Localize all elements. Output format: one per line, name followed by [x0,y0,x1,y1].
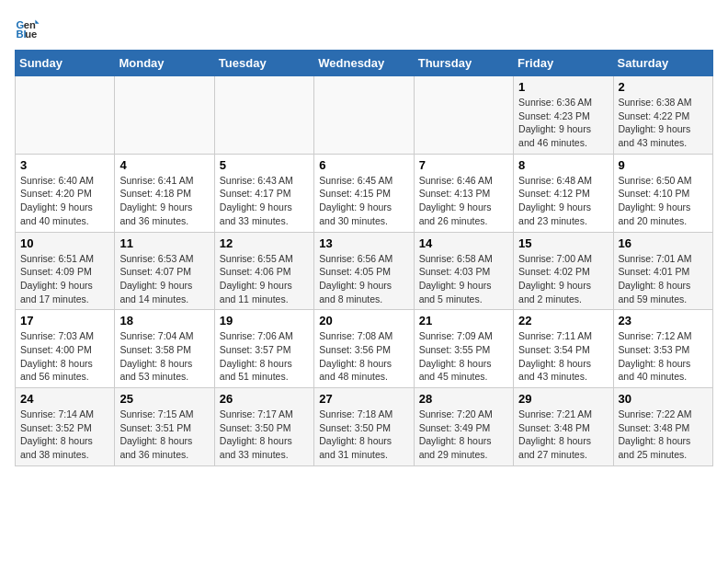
day-info: Sunrise: 7:17 AM Sunset: 3:50 PM Dayligh… [220,408,309,462]
empty-cell [214,76,313,155]
day-number: 21 [419,314,508,327]
day-cell-7: 7Sunrise: 6:46 AM Sunset: 4:13 PM Daylig… [414,154,513,232]
day-info: Sunrise: 7:20 AM Sunset: 3:49 PM Dayligh… [419,408,508,462]
header: G en Bl ue [15,15,713,40]
day-number: 6 [319,158,408,172]
day-cell-22: 22Sunrise: 7:11 AM Sunset: 3:54 PM Dayli… [514,310,613,388]
day-cell-29: 29Sunrise: 7:21 AM Sunset: 3:48 PM Dayli… [514,388,613,466]
day-number: 3 [20,158,109,172]
day-info: Sunrise: 7:03 AM Sunset: 4:00 PM Dayligh… [20,329,109,384]
day-number: 27 [319,392,408,406]
day-info: Sunrise: 6:40 AM Sunset: 4:20 PM Dayligh… [20,174,109,228]
day-info: Sunrise: 6:58 AM Sunset: 4:03 PM Dayligh… [419,252,508,306]
day-cell-16: 16Sunrise: 7:01 AM Sunset: 4:01 PM Dayli… [613,232,712,310]
day-number: 9 [619,158,708,172]
day-info: Sunrise: 7:14 AM Sunset: 3:52 PM Dayligh… [20,408,109,462]
weekday-header-friday: Friday [514,51,613,76]
day-cell-6: 6Sunrise: 6:45 AM Sunset: 4:15 PM Daylig… [314,154,414,232]
day-number: 8 [518,158,608,172]
day-info: Sunrise: 7:08 AM Sunset: 3:56 PM Dayligh… [319,329,408,384]
weekday-header-wednesday: Wednesday [314,51,414,76]
day-info: Sunrise: 7:15 AM Sunset: 3:51 PM Dayligh… [119,408,209,462]
day-info: Sunrise: 7:06 AM Sunset: 3:57 PM Dayligh… [220,329,309,384]
day-info: Sunrise: 7:21 AM Sunset: 3:48 PM Dayligh… [518,408,608,462]
week-row-2: 3Sunrise: 6:40 AM Sunset: 4:20 PM Daylig… [16,154,713,232]
logo-icon: G en Bl ue [15,15,40,40]
day-info: Sunrise: 6:36 AM Sunset: 4:23 PM Dayligh… [518,96,608,150]
day-number: 30 [619,392,708,406]
week-row-5: 24Sunrise: 7:14 AM Sunset: 3:52 PM Dayli… [16,388,713,466]
weekday-header-thursday: Thursday [414,51,513,76]
day-number: 4 [119,158,209,172]
day-cell-19: 19Sunrise: 7:06 AM Sunset: 3:57 PM Dayli… [214,310,313,388]
day-number: 12 [220,236,309,250]
day-number: 24 [20,392,109,406]
day-info: Sunrise: 6:55 AM Sunset: 4:06 PM Dayligh… [220,252,309,306]
day-number: 2 [619,80,708,94]
weekday-header-sunday: Sunday [16,51,115,76]
day-info: Sunrise: 6:51 AM Sunset: 4:09 PM Dayligh… [20,252,109,306]
day-number: 1 [518,80,608,94]
day-cell-13: 13Sunrise: 6:56 AM Sunset: 4:05 PM Dayli… [314,232,414,310]
day-info: Sunrise: 7:04 AM Sunset: 3:58 PM Dayligh… [119,329,209,384]
weekday-header-tuesday: Tuesday [214,51,313,76]
day-cell-4: 4Sunrise: 6:41 AM Sunset: 4:18 PM Daylig… [115,154,214,232]
day-number: 10 [20,236,109,250]
day-cell-3: 3Sunrise: 6:40 AM Sunset: 4:20 PM Daylig… [16,154,115,232]
day-info: Sunrise: 6:56 AM Sunset: 4:05 PM Dayligh… [319,252,408,306]
day-cell-17: 17Sunrise: 7:03 AM Sunset: 4:00 PM Dayli… [16,310,115,388]
day-cell-11: 11Sunrise: 6:53 AM Sunset: 4:07 PM Dayli… [115,232,214,310]
day-cell-21: 21Sunrise: 7:09 AM Sunset: 3:55 PM Dayli… [414,310,513,388]
day-cell-27: 27Sunrise: 7:18 AM Sunset: 3:50 PM Dayli… [314,388,414,466]
day-info: Sunrise: 6:43 AM Sunset: 4:17 PM Dayligh… [220,174,309,228]
day-number: 19 [220,314,309,327]
day-cell-10: 10Sunrise: 6:51 AM Sunset: 4:09 PM Dayli… [16,232,115,310]
day-info: Sunrise: 6:50 AM Sunset: 4:10 PM Dayligh… [619,174,708,228]
day-number: 23 [619,314,708,327]
day-number: 29 [518,392,608,406]
day-info: Sunrise: 6:45 AM Sunset: 4:15 PM Dayligh… [319,174,408,228]
day-info: Sunrise: 7:12 AM Sunset: 3:53 PM Dayligh… [619,329,708,384]
day-number: 25 [119,392,209,406]
day-number: 18 [119,314,209,327]
empty-cell [115,76,214,155]
day-info: Sunrise: 7:18 AM Sunset: 3:50 PM Dayligh… [319,408,408,462]
calendar: SundayMondayTuesdayWednesdayThursdayFrid… [15,50,713,466]
day-number: 17 [20,314,109,327]
weekday-header-saturday: Saturday [613,51,712,76]
logo: G en Bl ue [15,15,44,40]
day-number: 15 [518,236,608,250]
day-info: Sunrise: 6:46 AM Sunset: 4:13 PM Dayligh… [419,174,508,228]
day-cell-12: 12Sunrise: 6:55 AM Sunset: 4:06 PM Dayli… [214,232,313,310]
day-number: 14 [419,236,508,250]
empty-cell [16,76,115,155]
day-number: 28 [419,392,508,406]
week-row-4: 17Sunrise: 7:03 AM Sunset: 4:00 PM Dayli… [16,310,713,388]
day-info: Sunrise: 7:09 AM Sunset: 3:55 PM Dayligh… [419,329,508,384]
day-cell-5: 5Sunrise: 6:43 AM Sunset: 4:17 PM Daylig… [214,154,313,232]
day-cell-15: 15Sunrise: 7:00 AM Sunset: 4:02 PM Dayli… [514,232,613,310]
day-cell-14: 14Sunrise: 6:58 AM Sunset: 4:03 PM Dayli… [414,232,513,310]
weekday-header-row: SundayMondayTuesdayWednesdayThursdayFrid… [16,51,713,76]
svg-marker-4 [35,20,39,24]
day-info: Sunrise: 7:00 AM Sunset: 4:02 PM Dayligh… [518,252,608,306]
svg-text:ue: ue [25,29,37,40]
day-info: Sunrise: 7:01 AM Sunset: 4:01 PM Dayligh… [619,252,708,306]
day-info: Sunrise: 7:22 AM Sunset: 3:48 PM Dayligh… [619,408,708,462]
day-number: 5 [220,158,309,172]
day-number: 22 [518,314,608,327]
week-row-3: 10Sunrise: 6:51 AM Sunset: 4:09 PM Dayli… [16,232,713,310]
day-cell-1: 1Sunrise: 6:36 AM Sunset: 4:23 PM Daylig… [514,76,613,155]
day-cell-18: 18Sunrise: 7:04 AM Sunset: 3:58 PM Dayli… [115,310,214,388]
day-cell-2: 2Sunrise: 6:38 AM Sunset: 4:22 PM Daylig… [613,76,712,155]
day-number: 13 [319,236,408,250]
weekday-header-monday: Monday [115,51,214,76]
day-cell-20: 20Sunrise: 7:08 AM Sunset: 3:56 PM Dayli… [314,310,414,388]
day-info: Sunrise: 6:38 AM Sunset: 4:22 PM Dayligh… [619,96,708,150]
day-cell-23: 23Sunrise: 7:12 AM Sunset: 3:53 PM Dayli… [613,310,712,388]
day-info: Sunrise: 6:53 AM Sunset: 4:07 PM Dayligh… [119,252,209,306]
day-cell-30: 30Sunrise: 7:22 AM Sunset: 3:48 PM Dayli… [613,388,712,466]
day-cell-9: 9Sunrise: 6:50 AM Sunset: 4:10 PM Daylig… [613,154,712,232]
week-row-1: 1Sunrise: 6:36 AM Sunset: 4:23 PM Daylig… [16,76,713,155]
day-cell-25: 25Sunrise: 7:15 AM Sunset: 3:51 PM Dayli… [115,388,214,466]
